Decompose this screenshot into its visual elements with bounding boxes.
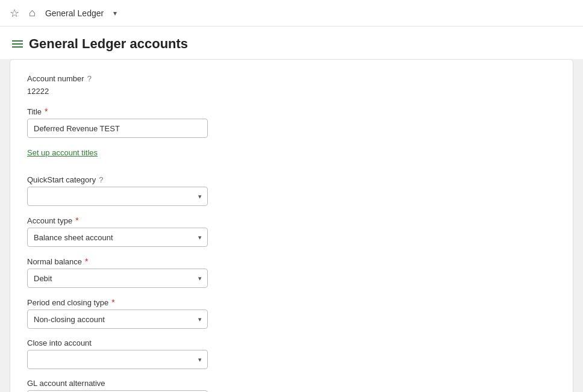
account-number-label: Account number: [27, 74, 84, 83]
title-group: Title *: [27, 107, 556, 138]
quickstart-select-wrapper: ▾: [27, 187, 208, 206]
normal-balance-required-star: *: [85, 257, 88, 266]
breadcrumb-text: General Ledger: [45, 8, 104, 18]
account-type-required-star: *: [75, 216, 78, 225]
close-into-label: Close into account: [27, 338, 92, 347]
period-end-select-wrapper: Non-closing account Closing account ▾: [27, 310, 208, 329]
quickstart-label: QuickStart category: [27, 175, 96, 184]
normal-balance-group: Normal balance * Debit Credit ▾: [27, 257, 556, 288]
navbar: ☆ ⌂ General Ledger ▾: [0, 0, 583, 26]
account-number-help-icon[interactable]: ?: [87, 74, 92, 83]
menu-lines-icon[interactable]: [12, 40, 23, 48]
normal-balance-label: Normal balance: [27, 257, 82, 266]
period-end-label: Period end closing type: [27, 298, 108, 307]
home-icon[interactable]: ⌂: [29, 7, 36, 19]
normal-balance-select-wrapper: Debit Credit ▾: [27, 269, 208, 288]
setup-account-titles-link[interactable]: Set up account titles: [27, 148, 98, 157]
title-label: Title: [27, 107, 42, 116]
quickstart-group: QuickStart category ? ▾: [27, 175, 556, 206]
account-number-value: 12222: [27, 86, 556, 97]
account-type-group: Account type * Balance sheet account Inc…: [27, 216, 556, 247]
account-type-select[interactable]: Balance sheet account Income account Exp…: [27, 228, 208, 247]
gl-alt-label: GL account alternative: [27, 379, 105, 388]
page-header: General Ledger accounts: [0, 26, 583, 59]
quickstart-help-icon[interactable]: ?: [99, 175, 103, 184]
normal-balance-select[interactable]: Debit Credit: [27, 269, 208, 288]
gl-alt-group: GL account alternative None ▾: [27, 379, 556, 392]
setup-link-group: Set up account titles: [27, 148, 556, 166]
account-type-label: Account type: [27, 216, 72, 225]
title-input[interactable]: [27, 119, 208, 138]
period-end-required-star: *: [111, 297, 114, 307]
form-card: Account number ? 12222 Title * Set up ac…: [10, 59, 573, 392]
period-end-group: Period end closing type * Non-closing ac…: [27, 297, 556, 329]
quickstart-select[interactable]: [27, 187, 208, 206]
title-required-star: *: [45, 107, 48, 116]
account-number-group: Account number ? 12222: [27, 74, 556, 97]
account-type-select-wrapper: Balance sheet account Income account Exp…: [27, 228, 208, 247]
close-into-select[interactable]: [27, 350, 208, 369]
close-into-select-wrapper: ▾: [27, 350, 208, 369]
star-icon[interactable]: ☆: [10, 7, 19, 20]
close-into-group: Close into account ▾: [27, 338, 556, 369]
chevron-down-icon: ▾: [113, 9, 117, 17]
page-title: General Ledger accounts: [29, 36, 188, 52]
period-end-select[interactable]: Non-closing account Closing account: [27, 310, 208, 329]
